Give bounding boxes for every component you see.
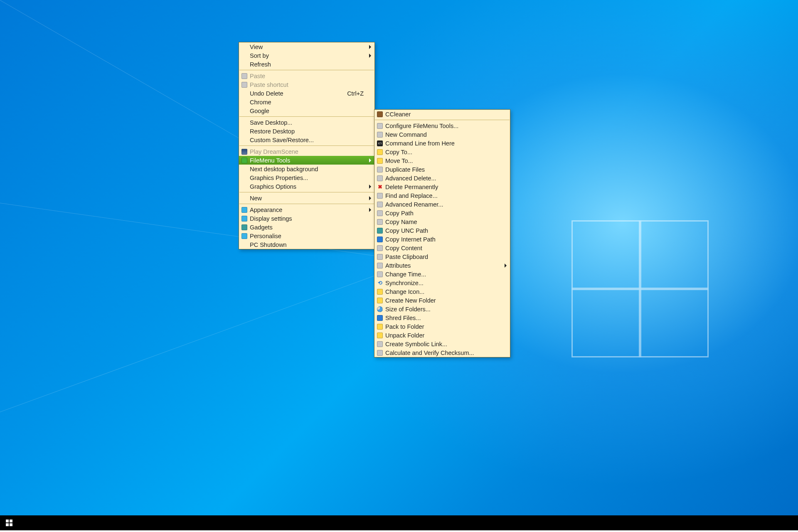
sub-checksum[interactable]: Calculate and Verify Checksum... [374, 348, 510, 357]
menu-filemenu-tools[interactable]: FileMenu Tools [239, 156, 374, 165]
clock-icon [376, 271, 384, 278]
sub-size-of-folders[interactable]: Size of Folders... [374, 305, 510, 313]
menu-item-label: Advanced Delete... [385, 175, 499, 182]
paste-icon [241, 72, 248, 80]
menu-item-label: Personalise [250, 233, 364, 239]
sub-synchronize[interactable]: ⟲ Synchronize... [374, 278, 510, 287]
blank-icon [241, 61, 248, 68]
menu-item-label: Display settings [250, 215, 364, 222]
menu-item-label: Sort by [250, 52, 364, 59]
menu-pc-shutdown[interactable]: PC Shutdown [239, 240, 374, 249]
menu-item-label: Chrome [250, 99, 364, 106]
separator [239, 70, 374, 70]
submenu-arrow-icon [505, 264, 507, 268]
sub-duplicate-files[interactable]: Duplicate Files [374, 165, 510, 174]
configure-icon [376, 122, 384, 130]
sub-move-to[interactable]: Move To... [374, 156, 510, 165]
menu-display-settings[interactable]: Display settings [239, 214, 374, 223]
filemenu-tools-submenu: CCleaner Configure FileMenu Tools... New… [374, 109, 510, 357]
menu-new[interactable]: New [239, 194, 374, 202]
start-button[interactable] [6, 520, 12, 526]
menu-item-label: Undo Delete [250, 90, 337, 97]
menu-appearance[interactable]: Appearance [239, 205, 374, 214]
menu-item-label: Custom Save/Restore... [250, 137, 364, 143]
sub-command-line[interactable]: c:\ Command Line from Here [374, 139, 510, 148]
menu-item-label: Create New Folder [385, 297, 499, 304]
sub-copy-name[interactable]: Copy Name [374, 217, 510, 226]
sub-create-symlink[interactable]: Create Symbolic Link... [374, 340, 510, 348]
windows-logo [571, 220, 709, 357]
desktop-context-menu: View Sort by Refresh Paste Paste shortcu… [239, 42, 375, 249]
menu-sort-by[interactable]: Sort by [239, 51, 374, 60]
sub-copy-path[interactable]: Copy Path [374, 209, 510, 217]
menu-item-label: Synchronize... [385, 280, 499, 286]
menu-item-label: Paste shortcut [250, 81, 364, 88]
taskbar-edge [0, 530, 798, 532]
sub-copy-to[interactable]: Copy To... [374, 148, 510, 156]
menu-item-label: Delete Permanently [385, 184, 499, 190]
sub-change-time[interactable]: Change Time... [374, 270, 510, 278]
menu-custom-save-restore[interactable]: Custom Save/Restore... [239, 135, 374, 144]
menu-item-label: Restore Desktop [250, 128, 364, 135]
sub-new-command[interactable]: New Command [374, 130, 510, 139]
sub-delete-permanently[interactable]: ✖ Delete Permanently [374, 182, 510, 191]
menu-item-label: PC Shutdown [250, 241, 364, 248]
desktop[interactable]: View Sort by Refresh Paste Paste shortcu… [0, 0, 798, 532]
sub-ccleaner[interactable]: CCleaner [374, 110, 510, 118]
menu-undo-delete[interactable]: Undo Delete Ctrl+Z [239, 89, 374, 98]
menu-graphics-properties[interactable]: Graphics Properties... [239, 173, 374, 182]
menu-item-label: Calculate and Verify Checksum... [385, 350, 499, 356]
submenu-arrow-icon [369, 196, 371, 200]
menu-gadgets[interactable]: Gadgets [239, 223, 374, 232]
sub-advanced-renamer[interactable]: Advanced Renamer... [374, 200, 510, 209]
menu-item-label: Copy To... [385, 149, 499, 155]
menu-view[interactable]: View [239, 42, 374, 51]
sub-attributes[interactable]: Attributes [374, 261, 510, 270]
sub-unpack-folder[interactable]: Unpack Folder [374, 331, 510, 340]
menu-item-label: Move To... [385, 158, 499, 164]
menu-graphics-options[interactable]: Graphics Options [239, 182, 374, 191]
checksum-icon [376, 349, 384, 357]
change-icon-icon [376, 288, 384, 296]
sub-change-icon[interactable]: Change Icon... [374, 287, 510, 296]
display-icon [241, 215, 248, 222]
sub-shred-files[interactable]: Shred Files... [374, 313, 510, 322]
submenu-arrow-icon [369, 45, 371, 49]
paste-shortcut-icon [241, 81, 248, 89]
sub-advanced-delete[interactable]: Advanced Delete... [374, 174, 510, 182]
menu-save-desktop[interactable]: Save Desktop... [239, 118, 374, 127]
blank-icon [241, 43, 248, 51]
sub-configure[interactable]: Configure FileMenu Tools... [374, 121, 510, 130]
sub-pack-to-folder[interactable]: Pack to Folder [374, 322, 510, 331]
menu-item-label: Paste Clipboard [385, 254, 499, 260]
taskbar[interactable] [0, 515, 798, 530]
menu-chrome[interactable]: Chrome [239, 98, 374, 106]
sync-icon: ⟲ [376, 279, 384, 287]
menu-google[interactable]: Google [239, 106, 374, 115]
menu-item-label: Configure FileMenu Tools... [385, 123, 499, 129]
sub-copy-content[interactable]: Copy Content [374, 244, 510, 252]
blank-icon [241, 195, 248, 202]
separator [239, 204, 374, 204]
blank-icon [241, 107, 248, 115]
menu-item-label: Copy Name [385, 219, 499, 225]
internet-path-icon [376, 236, 384, 243]
attributes-icon [376, 262, 384, 269]
sub-paste-clipboard[interactable]: Paste Clipboard [374, 252, 510, 261]
menu-personalise[interactable]: Personalise [239, 232, 374, 240]
menu-item-label: Find and Replace... [385, 192, 499, 199]
symlink-icon [376, 340, 384, 348]
menu-refresh[interactable]: Refresh [239, 60, 374, 69]
separator [239, 192, 374, 192]
new-folder-icon [376, 297, 384, 304]
menu-item-label: New Command [385, 131, 499, 138]
blank-icon [241, 99, 248, 106]
sub-create-new-folder[interactable]: Create New Folder [374, 296, 510, 305]
sub-copy-unc-path[interactable]: Copy UNC Path [374, 226, 510, 235]
menu-next-background[interactable]: Next desktop background [239, 165, 374, 173]
sub-find-replace[interactable]: Find and Replace... [374, 191, 510, 200]
find-replace-icon [376, 192, 384, 200]
menu-restore-desktop[interactable]: Restore Desktop [239, 127, 374, 135]
ccleaner-icon [376, 111, 384, 118]
sub-copy-internet-path[interactable]: Copy Internet Path [374, 235, 510, 244]
